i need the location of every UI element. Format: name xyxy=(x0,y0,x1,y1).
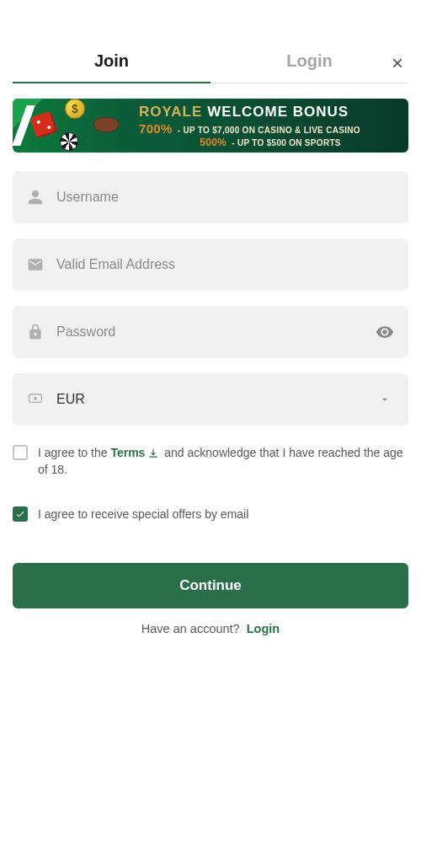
currency-value: EUR xyxy=(56,392,375,407)
banner-title-royale: ROYALE xyxy=(139,104,202,121)
email-input[interactable] xyxy=(56,257,395,272)
terms-check-row: I agree to the Terms and acknowledge tha… xyxy=(13,444,408,479)
check-icon xyxy=(15,509,25,519)
have-account-text: Have an account? Login xyxy=(13,622,408,635)
email-icon xyxy=(26,255,45,274)
chevron-down-icon xyxy=(375,389,395,410)
banner-sports-text: - UP TO $500 ON SPORTS xyxy=(232,138,341,147)
offers-label: I agree to receive special offers by ema… xyxy=(38,506,248,522)
soccer-ball-icon xyxy=(60,132,78,151)
continue-button[interactable]: Continue xyxy=(13,563,408,608)
toggle-password-visibility[interactable] xyxy=(375,322,395,342)
auth-tabs: Join Login xyxy=(13,40,408,83)
password-input[interactable] xyxy=(56,324,375,340)
coin-icon: $ xyxy=(65,99,85,119)
banner-casino-pct: 700% xyxy=(139,121,173,136)
password-field[interactable] xyxy=(13,306,408,358)
username-field[interactable] xyxy=(13,171,408,223)
email-field[interactable] xyxy=(13,238,408,291)
terms-checkbox[interactable] xyxy=(13,445,28,460)
welcome-bonus-banner[interactable]: $ ROYALE WELCOME BONUS 700% - UP TO $7,0… xyxy=(13,99,408,153)
user-icon xyxy=(26,188,45,206)
have-account-label: Have an account? xyxy=(141,622,240,635)
username-input[interactable] xyxy=(56,190,395,205)
lock-icon xyxy=(26,323,45,341)
svg-point-1 xyxy=(34,397,37,400)
money-icon xyxy=(26,390,45,409)
banner-graphics: $ xyxy=(13,99,139,153)
banner-casino-text: - UP TO $7,000 ON CASINO & LIVE CASINO xyxy=(178,126,360,135)
offers-check-row: I agree to receive special offers by ema… xyxy=(13,506,408,522)
tab-join[interactable]: Join xyxy=(13,40,210,83)
terms-link[interactable]: Terms xyxy=(110,446,145,459)
offers-checkbox[interactable] xyxy=(13,506,28,522)
download-icon[interactable] xyxy=(147,447,159,459)
eye-icon xyxy=(376,323,394,341)
currency-field[interactable]: EUR xyxy=(13,373,408,426)
banner-sports-pct: 500% xyxy=(200,137,226,148)
banner-text: ROYALE WELCOME BONUS 700% - UP TO $7,000… xyxy=(139,104,408,148)
banner-title-welcome: WELCOME BONUS xyxy=(207,104,349,121)
terms-pre: I agree to the xyxy=(38,446,110,459)
terms-label: I agree to the Terms and acknowledge tha… xyxy=(38,444,408,479)
tab-login[interactable]: Login xyxy=(210,40,408,83)
login-link[interactable]: Login xyxy=(247,622,280,635)
football-icon xyxy=(93,117,119,132)
